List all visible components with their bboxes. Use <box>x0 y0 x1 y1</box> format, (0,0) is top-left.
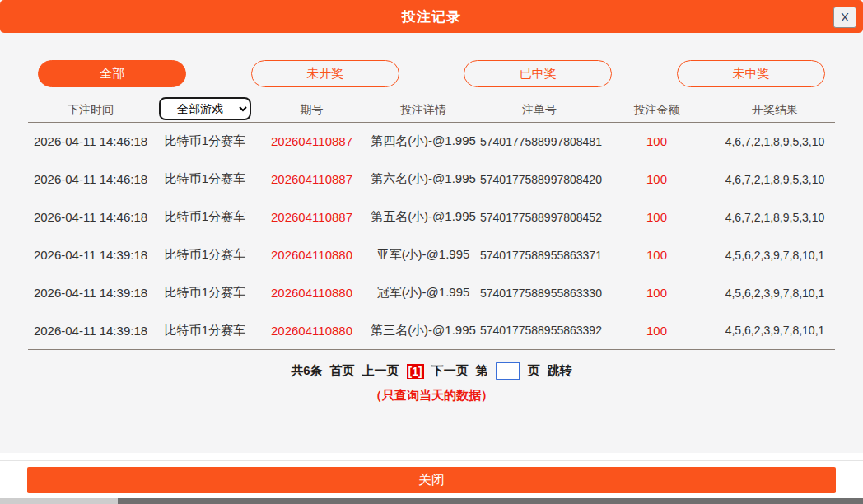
period-cell: 202604110887 <box>257 123 366 161</box>
filter-lost-button[interactable]: 未中奖 <box>677 60 825 87</box>
game-name-cell: 比特币1分赛车 <box>153 123 257 161</box>
header-bet-time: 下注时间 <box>28 97 153 123</box>
order-number-cell: 5740177588997808420 <box>480 161 599 198</box>
scrollbar-thumb[interactable] <box>118 498 863 504</box>
close-x-button[interactable]: X <box>833 7 856 28</box>
game-name-cell: 比特币1分赛车 <box>153 274 257 312</box>
bet-amount-cell: 100 <box>599 274 715 312</box>
jump-prefix-label: 第 <box>476 363 488 379</box>
jump-button[interactable]: 跳转 <box>548 363 572 379</box>
bet-amount-cell: 100 <box>599 198 715 236</box>
first-page-link[interactable]: 首页 <box>330 363 355 379</box>
prev-page-link[interactable]: 上一页 <box>362 363 399 379</box>
bet-details-cell: 冠军(小)-@1.995 <box>366 274 480 312</box>
draw-result-cell: 4,6,7,2,1,8,9,5,3,10 <box>715 123 835 161</box>
header-order-number: 注单号 <box>480 97 599 123</box>
order-number-cell: 5740177588997808452 <box>480 198 599 236</box>
page-number-input[interactable] <box>496 362 520 380</box>
horizontal-scrollbar[interactable] <box>0 498 863 504</box>
modal-titlebar: 投注记录 X <box>0 0 863 33</box>
table-header-row: 下注时间 全部游戏 期号 投注详情 注单号 投注金额 开奖结果 <box>28 97 835 123</box>
table-row: 2026-04-11 14:46:18 比特币1分赛车 202604110887… <box>28 198 835 236</box>
pagination: 共6条 首页 上一页 [1] 下一页 第 页 跳转 <box>0 362 863 380</box>
bet-time-cell: 2026-04-11 14:46:18 <box>28 123 153 161</box>
bet-details-cell: 第五名(小)-@1.995 <box>366 198 480 236</box>
header-draw-result: 开奖结果 <box>715 97 835 123</box>
draw-result-cell: 4,6,7,2,1,8,9,5,3,10 <box>715 198 835 236</box>
page-title: 投注记录 <box>402 7 461 26</box>
period-cell: 202604110887 <box>257 198 366 236</box>
table-row: 2026-04-11 14:39:18 比特币1分赛车 202604110880… <box>28 312 835 350</box>
modal-footer: 关闭 <box>0 453 863 498</box>
footer-divider <box>0 453 863 461</box>
order-number-cell: 5740177588955863330 <box>480 274 599 312</box>
table-row: 2026-04-11 14:46:18 比特币1分赛车 202604110887… <box>28 161 835 198</box>
order-number-cell: 5740177588997808481 <box>480 123 599 161</box>
bet-amount-cell: 100 <box>599 161 715 198</box>
today-only-note: （只查询当天的数据） <box>0 388 863 404</box>
table-row: 2026-04-11 14:39:18 比特币1分赛车 202604110880… <box>28 274 835 312</box>
bet-details-cell: 第六名(小)-@1.995 <box>366 161 480 198</box>
close-button[interactable]: 关闭 <box>27 467 836 493</box>
game-name-cell: 比特币1分赛车 <box>153 236 257 274</box>
table-row: 2026-04-11 14:39:18 比特币1分赛车 202604110880… <box>28 236 835 274</box>
filter-won-button[interactable]: 已中奖 <box>464 60 612 87</box>
filter-all-button[interactable]: 全部 <box>38 60 186 87</box>
bet-time-cell: 2026-04-11 14:46:18 <box>28 198 153 236</box>
draw-result-cell: 4,5,6,2,3,9,7,8,10,1 <box>715 274 835 312</box>
draw-result-cell: 4,6,7,2,1,8,9,5,3,10 <box>715 161 835 198</box>
game-name-cell: 比特币1分赛车 <box>153 161 257 198</box>
total-count-label: 共6条 <box>291 363 322 379</box>
records-body: 2026-04-11 14:46:18 比特币1分赛车 202604110887… <box>28 123 835 350</box>
table-row: 2026-04-11 14:46:18 比特币1分赛车 202604110887… <box>28 123 835 161</box>
period-cell: 202604110880 <box>257 274 366 312</box>
filter-undrawn-button[interactable]: 未开奖 <box>251 60 399 87</box>
period-cell: 202604110887 <box>257 161 366 198</box>
bet-details-cell: 第四名(小)-@1.995 <box>366 123 480 161</box>
bet-time-cell: 2026-04-11 14:39:18 <box>28 274 153 312</box>
bet-amount-cell: 100 <box>599 312 715 350</box>
bet-time-cell: 2026-04-11 14:39:18 <box>28 236 153 274</box>
order-number-cell: 5740177588955863371 <box>480 236 599 274</box>
next-page-link[interactable]: 下一页 <box>432 363 469 379</box>
draw-result-cell: 4,5,6,2,3,9,7,8,10,1 <box>715 312 835 350</box>
current-page-badge: [1] <box>407 364 424 379</box>
bet-details-cell: 亚军(小)-@1.995 <box>366 236 480 274</box>
period-cell: 202604110880 <box>257 236 366 274</box>
order-number-cell: 5740177588955863392 <box>480 312 599 350</box>
bet-amount-cell: 100 <box>599 123 715 161</box>
draw-result-cell: 4,5,6,2,3,9,7,8,10,1 <box>715 236 835 274</box>
game-filter-select[interactable]: 全部游戏 <box>159 97 251 120</box>
jump-suffix-label: 页 <box>528 363 540 379</box>
header-game-filter: 全部游戏 <box>153 97 257 123</box>
period-cell: 202604110880 <box>257 312 366 350</box>
header-bet-details: 投注详情 <box>366 97 480 123</box>
bet-time-cell: 2026-04-11 14:46:18 <box>28 161 153 198</box>
bet-records-table: 下注时间 全部游戏 期号 投注详情 注单号 投注金额 开奖结果 2026-04-… <box>28 97 835 350</box>
bet-details-cell: 第三名(小)-@1.995 <box>366 312 480 350</box>
header-bet-amount: 投注金额 <box>599 97 715 123</box>
filter-tabs: 全部 未开奖 已中奖 未中奖 <box>0 33 863 87</box>
header-period: 期号 <box>257 97 366 123</box>
game-name-cell: 比特币1分赛车 <box>153 312 257 350</box>
bet-time-cell: 2026-04-11 14:39:18 <box>28 312 153 350</box>
game-name-cell: 比特币1分赛车 <box>153 198 257 236</box>
bet-amount-cell: 100 <box>599 236 715 274</box>
